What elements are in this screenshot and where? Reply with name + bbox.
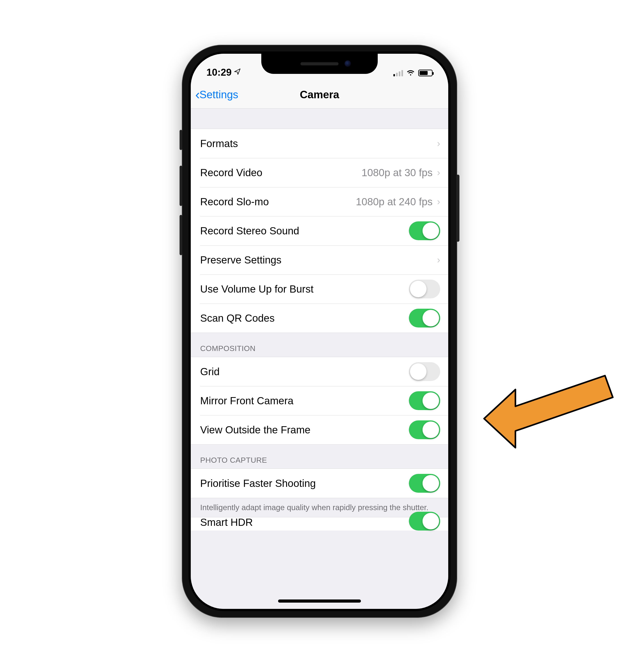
row-mirror-label: Mirror Front Camera — [200, 395, 409, 407]
svg-rect-3 — [477, 367, 621, 457]
group-main: Formats › Record Video 1080p at 30 fps ›… — [191, 129, 448, 333]
row-outside-label: View Outside the Frame — [200, 424, 409, 436]
back-label: Settings — [200, 89, 238, 101]
scan-qr-toggle[interactable] — [409, 309, 440, 328]
annotation-arrow — [480, 369, 619, 455]
annotation-arrow-icon — [484, 376, 613, 448]
row-record-video-label: Record Video — [200, 167, 362, 178]
section-header-photo-capture: PHOTO CAPTURE — [191, 444, 448, 469]
wifi-icon — [406, 68, 415, 78]
row-preserve-settings[interactable]: Preserve Settings › — [191, 245, 448, 275]
group-photo-capture: Prioritise Faster Shooting — [191, 469, 448, 498]
record-stereo-toggle[interactable] — [409, 221, 440, 240]
phone-frame: 10:29 — [182, 45, 457, 618]
row-prioritise-label: Prioritise Faster Shooting — [200, 477, 409, 489]
row-grid-label: Grid — [200, 365, 409, 378]
row-prioritise-faster-shooting: Prioritise Faster Shooting — [191, 469, 448, 498]
display-notch — [261, 54, 378, 74]
mute-switch — [180, 130, 182, 150]
row-record-video-value: 1080p at 30 fps — [362, 167, 433, 178]
nav-title: Camera — [300, 89, 339, 101]
settings-scroll[interactable]: Formats › Record Video 1080p at 30 fps ›… — [191, 109, 448, 609]
volume-burst-toggle[interactable] — [409, 280, 440, 298]
arrow-icon — [484, 378, 613, 448]
section-header-composition: COMPOSITION — [191, 333, 448, 357]
svg-marker-2 — [484, 378, 613, 448]
back-button[interactable]: ‹ Settings — [195, 81, 238, 108]
group-composition: Grid Mirror Front Camera View Outside th… — [191, 357, 448, 444]
battery-icon — [418, 69, 433, 76]
chevron-right-icon: › — [437, 167, 440, 178]
row-volume-burst-label: Use Volume Up for Burst — [200, 283, 409, 295]
row-record-slomo-value: 1080p at 240 fps — [356, 196, 433, 208]
cellular-signal-icon — [393, 69, 403, 76]
status-time: 10:29 — [206, 67, 232, 78]
row-smart-hdr: Smart HDR — [191, 517, 448, 531]
smart-hdr-toggle[interactable] — [409, 512, 440, 531]
chevron-right-icon: › — [437, 254, 440, 265]
footer-prioritise: Intelligently adapt image quality when r… — [191, 498, 448, 517]
chevron-right-icon: › — [437, 196, 440, 207]
prioritise-faster-shooting-toggle[interactable] — [409, 474, 440, 493]
row-mirror-front-camera: Mirror Front Camera — [191, 386, 448, 415]
chevron-left-icon: ‹ — [195, 88, 200, 101]
row-preserve-label: Preserve Settings — [200, 254, 435, 266]
row-view-outside-frame: View Outside the Frame — [191, 415, 448, 444]
row-grid: Grid — [191, 357, 448, 386]
row-record-stereo-label: Record Stereo Sound — [200, 225, 409, 237]
grid-toggle[interactable] — [409, 362, 440, 381]
row-formats[interactable]: Formats › — [191, 129, 448, 158]
row-record-slomo-label: Record Slo-mo — [200, 196, 356, 208]
row-scan-qr: Scan QR Codes — [191, 303, 448, 333]
home-indicator[interactable] — [278, 599, 361, 603]
location-services-icon — [234, 68, 241, 77]
nav-bar: ‹ Settings Camera — [191, 81, 448, 109]
view-outside-frame-toggle[interactable] — [409, 420, 440, 439]
row-volume-burst: Use Volume Up for Burst — [191, 275, 448, 303]
side-button — [456, 175, 459, 242]
row-record-video[interactable]: Record Video 1080p at 30 fps › — [191, 158, 448, 187]
row-scan-qr-label: Scan QR Codes — [200, 312, 409, 324]
volume-up-button — [180, 166, 182, 206]
svg-marker-0 — [482, 374, 616, 437]
mirror-front-camera-toggle[interactable] — [409, 391, 440, 410]
row-record-slomo[interactable]: Record Slo-mo 1080p at 240 fps › — [191, 187, 448, 216]
volume-down-button — [180, 215, 182, 255]
row-formats-label: Formats — [200, 138, 435, 150]
row-record-stereo: Record Stereo Sound — [191, 216, 448, 245]
chevron-right-icon: › — [437, 138, 440, 149]
row-smart-hdr-label: Smart HDR — [200, 516, 409, 528]
